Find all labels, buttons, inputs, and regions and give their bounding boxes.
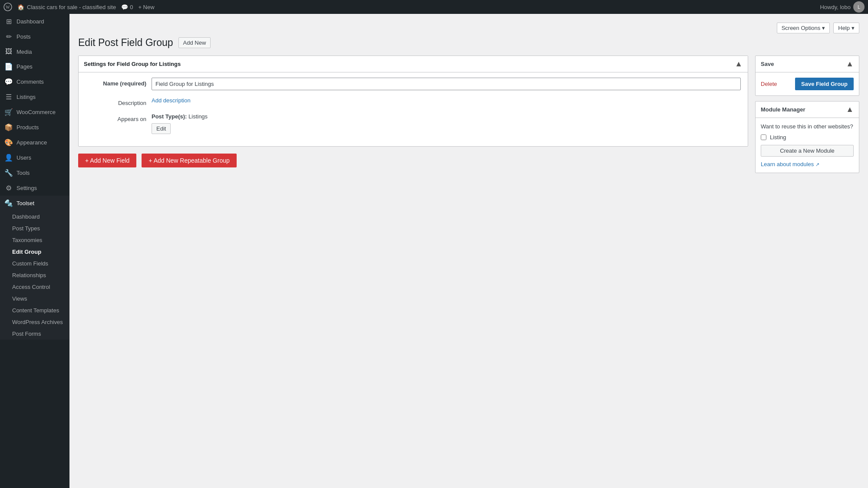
description-form-row: Description Add description [86,97,741,106]
page-title: Edit Post Field Group [78,37,173,49]
adminbar-site-name: Classic cars for sale - classified site [27,4,116,10]
learn-link-label: Learn about modules [761,161,814,167]
module-manager-toggle-icon[interactable]: ▲ [846,105,854,114]
sidebar-item-comments[interactable]: 💬 Comments [0,74,69,89]
submenu-item-post-types[interactable]: Post Types [0,223,69,234]
home-icon: 🏠 [17,4,24,10]
adminbar-howdy-label: Howdy, lobo [820,4,851,10]
action-buttons: + Add New Field + Add New Repeatable Gro… [78,154,748,167]
sidebar-item-products[interactable]: 📦 Products [0,120,69,135]
create-new-module-button[interactable]: Create a New Module [761,145,854,157]
appears-on-type-value: Listings [188,113,208,120]
admin-bar: W 🏠 Classic cars for sale - classified s… [0,0,868,14]
screen-options-button[interactable]: Screen Options ▾ [777,23,830,33]
appears-on-label: Appears on [86,113,146,122]
wp-logo[interactable]: W [3,3,12,11]
submenu-item-post-forms[interactable]: Post Forms [0,328,69,340]
sidebar-item-users[interactable]: 👤 Users [0,150,69,165]
appears-on-form-row: Appears on Post Type(s): Listings Edit [86,113,741,134]
metabox-header: Settings for Field Group for Listings ▲ [79,56,748,72]
sidebar-item-pages[interactable]: 📄 Pages [0,59,69,74]
adminbar-user[interactable]: Howdy, lobo L [820,1,865,13]
sidebar-label-toolset: Toolset [17,200,34,206]
svg-text:W: W [6,5,10,10]
add-new-repeatable-group-label: + Add New Repeatable Group [149,157,229,164]
appears-on-field: Post Type(s): Listings Edit [152,113,741,134]
save-metabox-toggle-icon[interactable]: ▲ [846,59,854,69]
submenu-item-taxonomies[interactable]: Taxonomies [0,234,69,246]
add-description-link[interactable]: Add description [152,97,191,104]
name-label-text: Name (required) [103,80,146,87]
save-field-group-button[interactable]: Save Field Group [795,78,854,90]
submenu-item-wordpress-archives[interactable]: WordPress Archives [0,316,69,328]
settings-icon: ⚙ [4,184,13,192]
submenu-item-relationships[interactable]: Relationships [0,269,69,281]
appears-on-value: Post Type(s): Listings [152,113,741,120]
submenu-item-custom-fields[interactable]: Custom Fields [0,258,69,269]
sidebar-item-media[interactable]: 🖼 Media [0,44,69,59]
sidebar-item-tools[interactable]: 🔧 Tools [0,165,69,180]
sidebar-item-appearance[interactable]: 🎨 Appearance [0,135,69,150]
add-new-button[interactable]: Add New [178,37,211,48]
delete-link[interactable]: Delete [761,81,777,87]
admin-menu: ⊞ Dashboard ✏ Posts 🖼 Media 📄 Pages 💬 Co… [0,14,69,488]
add-new-field-label: + Add New Field [85,157,129,164]
tools-icon: 🔧 [4,169,13,177]
module-manager-title: Module Manager [761,106,805,113]
sidebar-label-users: Users [17,154,31,161]
metabox-toggle-icon[interactable]: ▲ [735,59,743,69]
metabox-title: Settings for Field Group for Listings [84,61,181,67]
page-header: Edit Post Field Group Add New [78,37,859,49]
name-input[interactable] [152,78,741,90]
toolset-submenu: Dashboard Post Types Taxonomies Edit Gro… [0,211,69,340]
help-chevron-icon: ▾ [851,25,855,31]
main-content-area: Screen Options ▾ Help ▾ Edit Post Field … [69,14,868,488]
comment-icon: 💬 [121,4,128,10]
dashboard-icon: ⊞ [4,17,13,26]
posts-icon: ✏ [4,33,13,41]
toolset-icon: 🔩 [4,199,13,207]
submenu-item-access-control[interactable]: Access Control [0,281,69,293]
sidebar-item-woocommerce[interactable]: 🛒 WooCommerce [0,105,69,120]
submenu-item-content-templates[interactable]: Content Templates [0,305,69,316]
learn-about-modules-link[interactable]: Learn about modules ↗ [761,161,819,167]
sidebar-item-toolset[interactable]: 🔩 Toolset [0,196,69,211]
sidebar-item-dashboard[interactable]: ⊞ Dashboard [0,14,69,29]
submenu-item-views[interactable]: Views [0,293,69,305]
sidebar-label-appearance: Appearance [17,139,47,146]
help-button[interactable]: Help ▾ [833,23,859,33]
sidebar-label-posts: Posts [17,33,31,40]
sidebar-label-listings: Listings [17,94,36,100]
add-new-field-button[interactable]: + Add New Field [78,154,136,167]
avatar: L [853,1,865,13]
screen-options-chevron-icon: ▾ [822,25,825,31]
module-manager-description: Want to reuse this in other websites? [761,123,854,130]
submenu-item-edit-group[interactable]: Edit Group [0,246,69,258]
sidebar-label-tools: Tools [17,170,30,176]
edit-appears-on-button[interactable]: Edit [152,123,171,134]
sidebar-label-dashboard: Dashboard [17,18,44,25]
pages-icon: 📄 [4,62,13,71]
listing-checkbox[interactable] [761,134,766,140]
adminbar-site-link[interactable]: 🏠 Classic cars for sale - classified sit… [17,4,116,10]
sidebar-item-posts[interactable]: ✏ Posts [0,29,69,44]
adminbar-new-link[interactable]: + New [138,4,154,10]
name-form-row: Name (required) [86,78,741,90]
products-icon: 📦 [4,123,13,131]
main-content: Settings for Field Group for Listings ▲ … [78,56,748,167]
description-label: Description [86,97,146,106]
save-metabox-body: Delete Save Field Group [756,72,859,95]
sidebar-label-woocommerce: WooCommerce [17,109,56,115]
add-new-repeatable-group-button[interactable]: + Add New Repeatable Group [142,154,236,167]
appears-on-type-label: Post Type(s): [152,113,187,120]
users-icon: 👤 [4,154,13,162]
submenu-item-dashboard[interactable]: Dashboard [0,211,69,223]
module-manager-body: Want to reuse this in other websites? Li… [756,118,859,173]
sidebar-item-listings[interactable]: ☰ Listings [0,89,69,105]
save-actions: Delete Save Field Group [761,78,854,90]
field-group-settings-metabox: Settings for Field Group for Listings ▲ … [78,56,748,147]
sidebar-item-settings[interactable]: ⚙ Settings [0,180,69,196]
save-metabox-title: Save [761,61,774,67]
adminbar-comments[interactable]: 💬 0 [121,4,133,10]
appearance-icon: 🎨 [4,138,13,147]
